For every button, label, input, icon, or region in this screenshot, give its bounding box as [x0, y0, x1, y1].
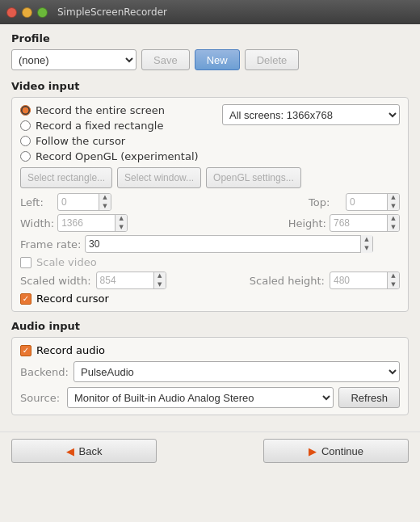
frame-rate-label: Frame rate: — [20, 238, 85, 250]
record-cursor-row[interactable]: ✓ Record cursor — [20, 293, 400, 305]
continue-label: Continue — [321, 445, 363, 457]
top-input[interactable]: ▲ ▼ — [346, 193, 400, 211]
profile-select[interactable]: (none) — [11, 49, 136, 70]
record-cursor-label: Record cursor — [36, 293, 109, 305]
screen-select[interactable]: All screens: 1366x768 — [222, 104, 400, 125]
scale-video-row[interactable]: Scale video — [20, 256, 400, 268]
source-label: Source: — [20, 392, 62, 404]
video-input-section-title: Video input — [11, 80, 409, 92]
continue-arrow-icon: ▶ — [309, 445, 317, 457]
framerate-up-arrow[interactable]: ▲ — [361, 235, 372, 244]
left-input[interactable]: ▲ ▼ — [57, 193, 111, 211]
select-window-button[interactable]: Select window... — [117, 167, 201, 188]
maximize-btn[interactable] — [37, 7, 48, 18]
frame-rate-row: Frame rate: ▲ ▼ — [20, 235, 400, 253]
top-up-arrow[interactable]: ▲ — [388, 193, 399, 202]
scaled-height-label: Scaled height: — [250, 275, 325, 287]
width-label: Width: — [20, 217, 54, 229]
scaled-width-up-arrow[interactable]: ▲ — [154, 272, 166, 280]
framerate-down-arrow[interactable]: ▼ — [361, 244, 372, 253]
height-up-arrow[interactable]: ▲ — [388, 214, 399, 223]
scaled-width-label: Scaled width: — [20, 275, 91, 287]
window-title: SimpleScreenRecorder — [57, 6, 167, 18]
save-button[interactable]: Save — [141, 49, 190, 70]
record-audio-row[interactable]: ✓ Record audio — [20, 344, 400, 356]
radio-follow-cursor[interactable]: Follow the cursor — [20, 135, 400, 147]
title-bar: SimpleScreenRecorder — [0, 0, 420, 24]
scaled-dims-row: Scaled width: ▲ ▼ Scaled height: ▲ ▼ — [20, 272, 400, 289]
record-audio-label: Record audio — [36, 344, 105, 356]
backend-label: Backend: — [20, 366, 69, 378]
backend-select[interactable]: PulseAudio — [74, 361, 400, 382]
back-label: Back — [79, 445, 103, 457]
video-input-box: Record the entire screen All screens: 13… — [11, 97, 409, 312]
width-up-arrow[interactable]: ▲ — [116, 214, 127, 223]
source-row: Source: Monitor of Built-in Audio Analog… — [20, 387, 400, 408]
top-label: Top: — [309, 196, 342, 208]
bottom-bar: ◀ Back ▶ Continue — [0, 431, 420, 469]
selection-buttons-row: Select rectangle... Select window... Ope… — [20, 167, 400, 188]
continue-button[interactable]: ▶ Continue — [263, 439, 409, 463]
height-label: Height: — [288, 217, 326, 229]
scale-video-checkbox[interactable] — [20, 257, 32, 268]
left-top-row: Left: ▲ ▼ Top: ▲ ▼ — [20, 193, 400, 211]
left-up-arrow[interactable]: ▲ — [99, 193, 111, 202]
audio-input-box: ✓ Record audio Backend: PulseAudio Sourc… — [11, 337, 409, 415]
new-button[interactable]: New — [195, 49, 240, 70]
radio-opengl[interactable]: Record OpenGL (experimental) — [20, 150, 400, 162]
left-label: Left: — [20, 196, 54, 208]
scaled-height-down-arrow[interactable]: ▼ — [388, 280, 399, 289]
backend-row: Backend: PulseAudio — [20, 361, 400, 382]
width-input[interactable]: ▲ ▼ — [57, 214, 128, 232]
top-down-arrow[interactable]: ▼ — [388, 202, 399, 211]
frame-rate-input[interactable]: ▲ ▼ — [85, 235, 373, 253]
select-rectangle-button[interactable]: Select rectangle... — [20, 167, 112, 188]
back-button[interactable]: ◀ Back — [11, 439, 157, 463]
left-down-arrow[interactable]: ▼ — [99, 202, 111, 211]
scaled-width-down-arrow[interactable]: ▼ — [154, 280, 166, 289]
back-arrow-icon: ◀ — [66, 445, 74, 457]
height-input[interactable]: ▲ ▼ — [330, 214, 400, 232]
opengl-settings-button[interactable]: OpenGL settings... — [206, 167, 301, 188]
record-cursor-checkbox[interactable]: ✓ — [20, 293, 32, 305]
source-select[interactable]: Monitor of Built-in Audio Analog Stereo — [67, 387, 334, 408]
width-height-row: Width: ▲ ▼ Height: ▲ ▼ — [20, 214, 400, 232]
profile-section-title: Profile — [11, 32, 409, 44]
scaled-height-up-arrow[interactable]: ▲ — [388, 272, 399, 280]
scaled-width-input[interactable]: ▲ ▼ — [96, 272, 166, 289]
minimize-btn[interactable] — [22, 7, 32, 18]
width-down-arrow[interactable]: ▼ — [116, 223, 127, 232]
close-btn[interactable] — [6, 7, 17, 18]
scale-video-label: Scale video — [36, 256, 97, 268]
delete-button[interactable]: Delete — [245, 49, 300, 70]
refresh-button[interactable]: Refresh — [338, 387, 400, 408]
record-audio-checkbox[interactable]: ✓ — [20, 345, 32, 356]
height-down-arrow[interactable]: ▼ — [388, 223, 399, 232]
scaled-height-input[interactable]: ▲ ▼ — [330, 272, 400, 289]
audio-input-section-title: Audio input — [11, 320, 409, 332]
